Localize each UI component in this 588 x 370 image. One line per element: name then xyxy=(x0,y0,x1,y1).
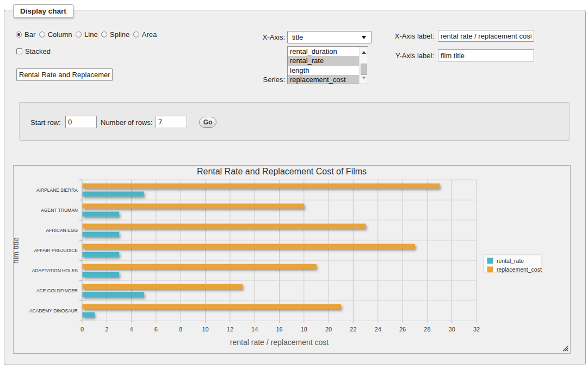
bar-replacement_cost xyxy=(83,224,366,229)
category-label: ACE GOLDFINGER xyxy=(36,288,78,293)
bar-rental_rate xyxy=(83,252,120,257)
x-axis-selected-value: title xyxy=(292,33,303,41)
x-tick-label: 22 xyxy=(350,326,356,333)
bar-rental_rate xyxy=(83,192,144,197)
x-tick-label: 2 xyxy=(105,326,108,333)
series-option-rental-duration[interactable]: rental_duration xyxy=(288,47,359,56)
bar-replacement_cost xyxy=(83,304,342,309)
x-tick-label: 20 xyxy=(325,326,332,333)
x-tick-label: 30 xyxy=(449,326,455,333)
x-tick-label: 8 xyxy=(179,326,182,333)
chart-type-radio-group: Bar Column Line Spline Area xyxy=(16,30,160,39)
x-tick-label: 6 xyxy=(154,326,158,333)
series-option-rental-rate[interactable]: rental_rate xyxy=(288,56,359,65)
radio-spline-label: Spline xyxy=(110,30,129,39)
category-label: ADAPTATION HOLES xyxy=(32,268,78,273)
bar-chart: AIRPLANE SIERRAAGENT TRUMANAFRICAN EGGAF… xyxy=(14,166,570,353)
x-tick-label: 32 xyxy=(473,326,480,333)
scrollbar-thumb[interactable] xyxy=(361,64,367,75)
bar-rental_rate xyxy=(83,272,120,277)
legend-label: replacement_cost xyxy=(497,266,542,273)
chart-container: AIRPLANE SIERRAAGENT TRUMANAFRICAN EGGAF… xyxy=(13,165,571,354)
dropdown-arrow-icon xyxy=(362,36,366,39)
series-multiselect[interactable]: rental_duration rental_rate length repla… xyxy=(287,46,368,84)
x-axis-select[interactable]: title xyxy=(287,31,372,43)
y-axis-label-label: Y-Axis label: xyxy=(377,52,434,60)
series-select-label: Series: xyxy=(228,76,285,84)
radio-line[interactable] xyxy=(76,32,82,37)
resize-handle-icon[interactable] xyxy=(562,346,568,352)
category-label: ACADEMY DINOSAUR xyxy=(29,308,78,313)
x-tick-label: 10 xyxy=(202,326,208,333)
x-axis-title: rental rate / replacement cost xyxy=(230,338,329,347)
start-row-label: Start row: xyxy=(30,118,61,127)
radio-bar-label: Bar xyxy=(24,30,35,39)
x-tick-label: 14 xyxy=(251,326,258,333)
radio-column[interactable] xyxy=(39,32,45,37)
x-tick-label: 26 xyxy=(399,326,406,333)
series-option-length[interactable]: length xyxy=(288,66,359,75)
radio-line-label: Line xyxy=(84,30,98,39)
series-option-replacement-cost[interactable]: replacement_cost xyxy=(288,75,359,84)
category-label: AFFAIR PREJUDICE xyxy=(34,248,78,253)
radio-spline[interactable] xyxy=(101,32,107,37)
radio-area[interactable] xyxy=(133,32,139,37)
category-label: AGENT TRUMAN xyxy=(41,208,78,213)
listbox-scrollbar[interactable] xyxy=(359,47,368,84)
x-axis-select-label: X-Axis: xyxy=(228,33,285,41)
x-tick-label: 18 xyxy=(301,326,307,333)
bar-replacement_cost xyxy=(83,204,305,209)
radio-area-label: Area xyxy=(142,30,157,39)
bar-rental_rate xyxy=(83,312,95,317)
bar-rental_rate xyxy=(83,292,144,297)
scroll-up-icon[interactable] xyxy=(362,51,366,54)
legend-item-rental_rate[interactable]: rental_rate xyxy=(487,258,524,264)
x-tick-label: 24 xyxy=(375,326,381,333)
legend-swatch xyxy=(487,258,493,264)
x-axis-label-input[interactable] xyxy=(438,30,534,42)
row-range-panel: Start row: Number of rows: Go xyxy=(19,102,570,141)
bar-replacement_cost xyxy=(83,264,317,269)
radio-bar[interactable] xyxy=(16,32,22,37)
x-tick-label: 28 xyxy=(424,326,430,333)
chart-title-input[interactable] xyxy=(16,68,113,81)
series-options: rental_duration rental_rate length repla… xyxy=(288,47,359,84)
bar-replacement_cost xyxy=(83,244,416,249)
scroll-down-icon[interactable] xyxy=(362,77,366,79)
x-axis-label-label: X-Axis label: xyxy=(377,32,434,40)
radio-column-label: Column xyxy=(48,30,72,39)
x-tick-label: 4 xyxy=(130,326,133,333)
bar-rental_rate xyxy=(83,212,120,217)
start-row-input[interactable] xyxy=(65,116,97,128)
x-tick-label: 16 xyxy=(276,326,282,333)
go-button[interactable]: Go xyxy=(199,117,216,128)
chart-title: Rental Rate and Replacement Cost of Film… xyxy=(197,167,367,176)
stacked-checkbox[interactable] xyxy=(16,48,22,54)
stacked-label: Stacked xyxy=(25,47,51,55)
x-tick-label: 0 xyxy=(81,326,84,333)
category-label: AFRICAN EGG xyxy=(46,228,78,233)
fieldset-legend: Display chart xyxy=(13,4,73,18)
y-axis-label-input[interactable] xyxy=(438,49,534,61)
bar-replacement_cost xyxy=(83,184,440,189)
legend-swatch xyxy=(487,266,493,273)
bar-rental_rate xyxy=(83,232,120,237)
stacked-row: Stacked xyxy=(16,47,51,55)
num-rows-input[interactable] xyxy=(156,116,187,128)
x-tick-label: 12 xyxy=(227,326,233,333)
category-label: AIRPLANE SIERRA xyxy=(36,187,78,193)
legend-label: rental_rate xyxy=(497,258,524,264)
bar-replacement_cost xyxy=(83,284,243,289)
num-rows-label: Number of rows: xyxy=(101,118,152,127)
y-axis-title: film title xyxy=(14,237,20,264)
